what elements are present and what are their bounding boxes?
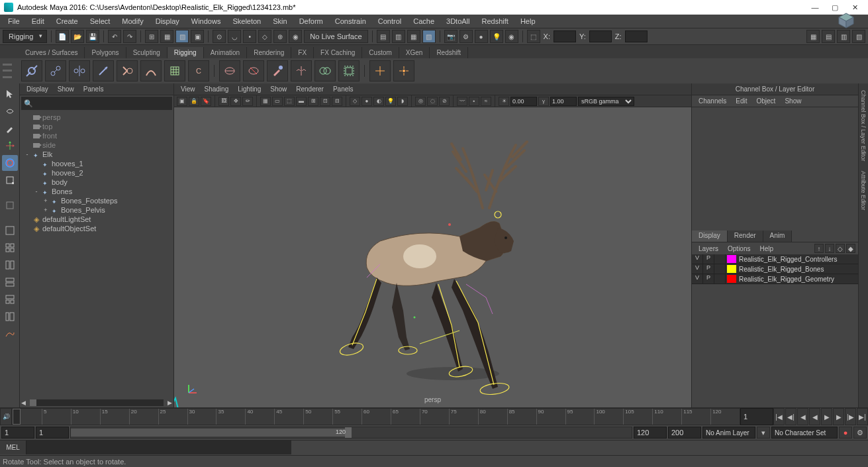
vp-motion-trail-icon[interactable]: 〰 xyxy=(457,97,467,106)
cmdline-language-label[interactable]: MEL xyxy=(0,441,26,454)
toggle-history-button[interactable]: ▥ xyxy=(392,30,405,43)
vp-lights-icon[interactable]: 💡 xyxy=(385,97,396,106)
sound-toggle-icon[interactable]: 🔊 xyxy=(0,408,12,425)
menu-display[interactable]: Display xyxy=(150,16,185,26)
mirror-weights-icon[interactable] xyxy=(291,60,312,81)
vp-grease-icon[interactable]: ✏ xyxy=(242,97,253,106)
channel-menu-object[interactable]: Object xyxy=(753,97,780,105)
outliner-item-elk[interactable]: -Elk xyxy=(20,150,173,159)
menu-select[interactable]: Select xyxy=(85,16,116,26)
vp-resolution-gate-icon[interactable]: ⬚ xyxy=(284,97,295,106)
vp-gamma-icon[interactable]: γ xyxy=(538,97,549,106)
scroll-left-icon[interactable]: ◀ xyxy=(20,399,27,406)
toggle-attribute-editor-button[interactable]: ▥ xyxy=(837,30,850,43)
layer-tab-render[interactable]: Render xyxy=(728,231,763,242)
step-forward-button[interactable]: ▶ xyxy=(833,408,844,425)
menu-deform[interactable]: Deform xyxy=(294,16,328,26)
blend-shape-icon[interactable] xyxy=(314,60,336,81)
range-end-inner-field[interactable]: 120 xyxy=(634,427,667,439)
hypershade-button[interactable]: ● xyxy=(475,30,488,43)
cluster-icon[interactable]: C xyxy=(188,60,209,81)
insert-joint-icon[interactable] xyxy=(45,60,66,81)
step-back-button[interactable]: ◀ xyxy=(797,408,808,425)
timeline-track[interactable]: 1510152025303540455055606570758085909510… xyxy=(12,408,740,425)
layer-type-cell[interactable] xyxy=(714,274,726,284)
undo-button[interactable]: ↶ xyxy=(108,30,121,43)
layer-row[interactable]: VPRealistic_Elk_Rigged_Geometry xyxy=(692,274,858,284)
shelf-tab-curves[interactable]: Curves / Surfaces xyxy=(19,47,85,58)
outliner-item-hooves_1[interactable]: hooves_1 xyxy=(20,159,173,168)
select-component-button[interactable]: ▨ xyxy=(175,30,189,43)
cmdline-input[interactable] xyxy=(26,441,291,454)
channel-menu-edit[interactable]: Edit xyxy=(732,97,751,105)
view-cube-icon[interactable] xyxy=(836,11,856,30)
expander-icon[interactable]: + xyxy=(42,197,49,204)
live-surface-label[interactable]: No Live Surface xyxy=(304,30,367,43)
expander-icon[interactable]: - xyxy=(33,188,40,195)
vp-isolate-icon[interactable]: ◎ xyxy=(415,97,426,106)
vp-safe-action-icon[interactable]: ⊡ xyxy=(320,97,330,106)
toggle-tool-settings-button[interactable]: ▤ xyxy=(822,30,835,43)
ik-spline-icon[interactable] xyxy=(140,60,162,81)
two-pane-side-icon[interactable] xyxy=(2,257,18,273)
snap-point-button[interactable]: • xyxy=(243,30,256,43)
paint-weights-icon[interactable] xyxy=(267,60,288,81)
input-mode-button[interactable]: ⬚ xyxy=(527,30,540,43)
three-pane-icon[interactable] xyxy=(2,291,18,307)
menu-create[interactable]: Create xyxy=(51,16,83,26)
range-end-outer-field[interactable]: 200 xyxy=(668,427,701,439)
lasso-tool[interactable] xyxy=(2,103,18,119)
rotate-tool[interactable] xyxy=(2,155,18,171)
vp-color-space-select[interactable]: sRGB gamma xyxy=(578,97,634,106)
outliner-item-bones_pelvis[interactable]: +Bones_Pelvis xyxy=(20,205,173,215)
shelf-tab-redshift[interactable]: Redshift xyxy=(430,47,468,58)
vp-film-gate-icon[interactable]: ▭ xyxy=(272,97,283,106)
smooth-bind-icon[interactable] xyxy=(219,60,240,81)
vp-shaded-icon[interactable]: ● xyxy=(362,97,372,106)
shelf-tab-fxcaching[interactable]: FX Caching xyxy=(314,47,362,58)
menu-edit[interactable]: Edit xyxy=(26,16,50,26)
move-tool[interactable] xyxy=(2,138,18,154)
rtab-channel-box[interactable]: Channel Box / Layer Editor xyxy=(859,86,867,166)
layer-type-cell[interactable] xyxy=(714,264,726,274)
snap-curve-button[interactable]: ◡ xyxy=(228,30,241,43)
view-menu-panels[interactable]: Panels xyxy=(329,85,358,93)
layer-color-swatch[interactable] xyxy=(727,255,736,263)
snap-plane-button[interactable]: ◇ xyxy=(258,30,271,43)
four-pane-icon[interactable] xyxy=(2,240,18,256)
toggle-modeling-toolkit-button[interactable]: ▦ xyxy=(806,30,820,43)
last-tool[interactable] xyxy=(2,197,18,213)
menu-help[interactable]: Help xyxy=(515,16,541,26)
viewport[interactable]: persp xyxy=(174,107,691,407)
outliner-item-persp[interactable]: persp xyxy=(20,113,173,122)
range-track[interactable]: 120 xyxy=(70,427,632,439)
menu-control[interactable]: Control xyxy=(373,16,407,26)
character-set-dropdown[interactable]: No Character Set xyxy=(771,427,838,439)
menu-cache[interactable]: Cache xyxy=(408,16,440,26)
shelf-handle[interactable] xyxy=(3,62,12,80)
scroll-right-icon[interactable]: ▶ xyxy=(166,399,173,406)
menu-redshift[interactable]: Redshift xyxy=(477,16,514,26)
play-forward-button[interactable]: ▶ xyxy=(821,408,832,425)
render-current-button[interactable]: 📷 xyxy=(444,30,458,43)
range-start-outer-field[interactable]: 1 xyxy=(1,427,34,439)
new-scene-button[interactable]: 📄 xyxy=(56,30,69,43)
two-pane-stack-icon[interactable] xyxy=(2,274,18,290)
shelf-tab-animation[interactable]: Animation xyxy=(204,47,247,58)
create-joint-icon[interactable] xyxy=(21,60,42,81)
redo-button[interactable]: ↷ xyxy=(123,30,136,43)
layer-visibility-toggle[interactable]: V xyxy=(692,254,703,264)
menu-skeleton[interactable]: Skeleton xyxy=(227,16,266,26)
ik-handle-icon[interactable] xyxy=(117,60,138,81)
shelf-tab-rigging[interactable]: Rigging xyxy=(168,47,204,58)
vp-xray-icon[interactable]: ◌ xyxy=(427,97,438,106)
detach-skin-icon[interactable] xyxy=(243,60,264,81)
render-settings-button[interactable]: ⚙ xyxy=(459,30,473,43)
layer-visibility-toggle[interactable]: V xyxy=(692,274,703,284)
view-menu-renderer[interactable]: Renderer xyxy=(292,85,328,93)
vp-bookmark-icon[interactable]: 🔖 xyxy=(201,97,211,106)
layer-type-cell[interactable] xyxy=(714,254,726,264)
vp-xray-joints-icon[interactable]: ⊘ xyxy=(439,97,450,106)
outliner-menu-display[interactable]: Display xyxy=(23,85,52,93)
wrap-icon[interactable] xyxy=(338,60,360,81)
